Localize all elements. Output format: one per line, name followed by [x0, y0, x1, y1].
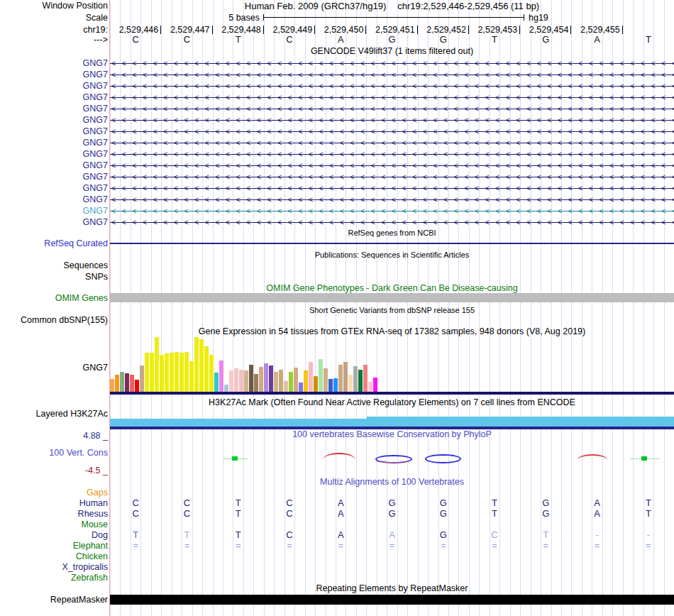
position-label[interactable]: 2,529,452	[418, 24, 469, 35]
gtex-bar[interactable]	[284, 381, 288, 392]
base-letter[interactable]: T	[213, 34, 264, 45]
position-label[interactable]: 2,529,450	[315, 24, 366, 35]
base-letter[interactable]: G	[418, 34, 469, 45]
gencode-gene-label[interactable]: GNG7	[83, 194, 108, 205]
gtex-bar[interactable]	[319, 359, 323, 392]
gtex-bar[interactable]	[358, 370, 363, 392]
gene-row[interactable]: <<<<<<<<<<<<<<<<<<<<<<<<<<<<<<<<<<<<<<<<…	[110, 103, 674, 114]
gencode-gene-label[interactable]: GNG7	[83, 205, 108, 216]
gtex-bar[interactable]	[269, 365, 273, 392]
gtex-bar[interactable]	[130, 375, 134, 392]
strand-arrow-label[interactable]: --->	[94, 34, 108, 45]
species-label[interactable]: X_tropicalis	[62, 561, 108, 573]
gtex-bar[interactable]	[348, 375, 353, 392]
gtex-bar[interactable]	[363, 365, 368, 392]
base-letter[interactable]: T	[623, 34, 674, 45]
gtex-bar[interactable]	[115, 375, 119, 392]
gtex-bar[interactable]	[259, 367, 263, 392]
gtex-bar[interactable]	[194, 337, 199, 392]
gtex-bar[interactable]	[179, 353, 184, 392]
conservation-mark-blue-lens-2[interactable]	[425, 454, 461, 463]
gtex-bar[interactable]	[140, 365, 144, 392]
gtex-bar[interactable]	[165, 353, 169, 392]
conservation-mark-red-dip[interactable]	[375, 459, 409, 463]
gtex-bar[interactable]	[204, 346, 209, 392]
gtex-bar[interactable]	[324, 368, 328, 392]
omim-genes-label[interactable]: OMIM Genes	[55, 292, 108, 304]
gene-row[interactable]: <<<<<<<<<<<<<<<<<<<<<<<<<<<<<<<<<<<<<<<<…	[110, 160, 674, 171]
species-label[interactable]: Dog	[92, 529, 108, 541]
species-label[interactable]: Human	[79, 497, 108, 509]
gene-row[interactable]: <<<<<<<<<<<<<<<<<<<<<<<<<<<<<<<<<<<<<<<<…	[110, 92, 674, 103]
repeatmasker-track-title[interactable]: Repeating Elements by RepeatMasker	[110, 583, 674, 594]
base-letter[interactable]: T	[469, 34, 520, 45]
position-label[interactable]: 2,529,446	[110, 24, 161, 35]
conservation-mark-green-2[interactable]	[630, 456, 660, 461]
species-label[interactable]: Mouse	[81, 519, 108, 530]
gtex-bar[interactable]	[229, 370, 233, 392]
omim-track-title[interactable]: OMIM Gene Phenotypes - Dark Green Can Be…	[110, 283, 674, 294]
position-label[interactable]: 2,529,455	[571, 24, 622, 35]
position-label[interactable]: 2,529,447	[161, 24, 212, 35]
gene-row[interactable]: <<<<<<<<<<<<<<<<<<<<<<<<<<<<<<<<<<<<<<<<…	[110, 148, 674, 160]
gene-row[interactable]: <<<<<<<<<<<<<<<<<<<<<<<<<<<<<<<<<<<<<<<<…	[110, 126, 674, 137]
refseq-track-title[interactable]: RefSeq genes from NCBI	[110, 228, 674, 238]
rhesus-alignment-row[interactable]: CCTCAGGTGAT	[110, 508, 674, 519]
dbsnp-track-title[interactable]: Short Genetic Variants from dbSNP releas…	[110, 305, 674, 316]
gtex-track-title[interactable]: Gene Expression in 54 tissues from GTEx …	[110, 326, 674, 337]
gene-row[interactable]: <<<<<<<<<<<<<<<<<<<<<<<<<<<<<<<<<<<<<<<<…	[110, 57, 674, 69]
gencode-gene-label[interactable]: GNG7	[83, 126, 108, 137]
species-label[interactable]: Chicken	[76, 551, 108, 562]
conservation-track-title[interactable]: 100 vertebrates Basewise Conservation by…	[110, 429, 674, 440]
gtex-bar[interactable]	[279, 370, 283, 392]
gtex-bar[interactable]	[160, 355, 164, 392]
gtex-bar[interactable]	[155, 337, 159, 392]
gtex-bar[interactable]	[373, 378, 377, 392]
gtex-bar[interactable]	[110, 379, 114, 392]
dog-alignment-row[interactable]: TTTCAAGCT--	[110, 529, 674, 541]
gtex-gene-label[interactable]: GNG7	[83, 362, 108, 373]
gtex-bar[interactable]	[199, 339, 204, 392]
gencode-gene-label[interactable]: GNG7	[83, 148, 108, 160]
gtex-bar[interactable]	[189, 361, 194, 392]
gtex-bar[interactable]	[294, 368, 298, 392]
gtex-bar[interactable]	[289, 372, 293, 392]
gene-row[interactable]: <<<<<<<<<<<<<<<<<<<<<<<<<<<<<<<<<<<<<<<<…	[110, 182, 674, 194]
conservation-label[interactable]: 100 Vert. Cons	[49, 447, 108, 458]
omim-gene-bar[interactable]	[110, 293, 674, 302]
gtex-bar[interactable]	[175, 352, 179, 392]
gtex-bar[interactable]	[249, 365, 253, 392]
gene-row[interactable]: <<<<<<<<<<<<<<<<<<<<<<<<<<<<<<<<<<<<<<<<…	[110, 194, 674, 205]
base-letter[interactable]: C	[110, 34, 161, 45]
gtex-bar[interactable]	[184, 352, 189, 392]
gencode-gene-label[interactable]: GNG7	[83, 80, 108, 92]
gencode-gene-label[interactable]: GNG7	[83, 114, 108, 126]
gencode-gene-label[interactable]: GNG7	[83, 171, 108, 182]
gtex-expression-bars[interactable]	[110, 336, 378, 392]
species-label[interactable]: Elephant	[73, 540, 108, 551]
gtex-bar[interactable]	[234, 368, 238, 392]
position-label[interactable]: 2,529,449	[264, 24, 315, 35]
gencode-gene-label[interactable]: GNG7	[83, 57, 108, 69]
gtex-bar[interactable]	[150, 353, 154, 392]
base-letter[interactable]: A	[315, 34, 366, 45]
layered-h3k27ac-label[interactable]: Layered H3K27Ac	[36, 408, 108, 419]
base-letter[interactable]: G	[366, 34, 417, 45]
gtex-bar[interactable]	[274, 372, 278, 392]
gtex-bar[interactable]	[328, 379, 333, 392]
gtex-bar[interactable]	[239, 370, 243, 392]
gtex-bar[interactable]	[309, 362, 313, 392]
base-letter[interactable]: C	[264, 34, 315, 45]
gtex-bar[interactable]	[338, 365, 343, 392]
position-label[interactable]: 2,529,454	[520, 24, 571, 35]
gtex-bar[interactable]	[219, 361, 223, 392]
refseq-gene-line[interactable]	[110, 243, 674, 244]
elephant-alignment-row[interactable]: ===========	[110, 540, 674, 551]
h3k27ac-track-title[interactable]: H3K27Ac Mark (Often Found Near Active Re…	[110, 397, 674, 408]
repeatmasker-label[interactable]: RepeatMasker	[50, 594, 108, 605]
gtex-bar[interactable]	[214, 373, 219, 392]
gene-row[interactable]: <<<<<<<<<<<<<<<<<<<<<<<<<<<<<<<<<<<<<<<<…	[110, 69, 674, 80]
publications-track-title[interactable]: Publications: Sequences in Scientific Ar…	[110, 250, 674, 260]
repeatmasker-element-bar[interactable]	[110, 595, 674, 605]
gtex-bar[interactable]	[299, 383, 303, 392]
